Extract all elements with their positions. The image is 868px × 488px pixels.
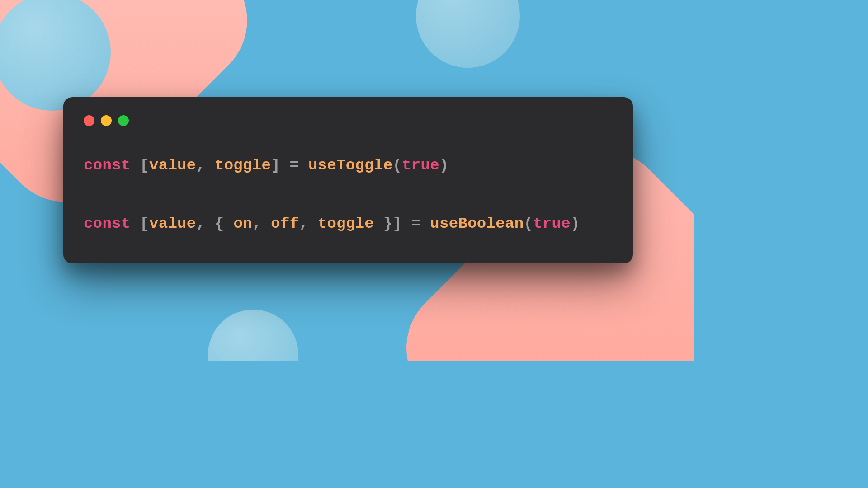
paren-open: ( — [524, 215, 533, 232]
window-minimize-icon[interactable] — [101, 115, 112, 126]
var-value: value — [149, 215, 196, 232]
code-content: const [value, toggle] = useToggle(true) … — [81, 153, 615, 236]
code-window: const [value, toggle] = useToggle(true) … — [63, 97, 633, 263]
comma: , — [299, 215, 308, 232]
paren-close: ) — [439, 157, 449, 174]
var-on: on — [233, 215, 252, 232]
var-off: off — [271, 215, 299, 232]
var-value: value — [149, 157, 196, 174]
keyword-const: const — [84, 215, 131, 232]
equals: = — [411, 215, 421, 232]
func-useBoolean: useBoolean — [430, 215, 524, 232]
window-controls — [81, 115, 615, 126]
comma: , — [196, 157, 206, 174]
func-useToggle: useToggle — [308, 157, 392, 174]
equals: = — [290, 157, 299, 174]
background-circle-top-right — [416, 0, 520, 68]
arg-true: true — [402, 157, 439, 174]
background-circle-bottom — [208, 310, 298, 361]
bracket-open: [ — [140, 215, 149, 232]
comma: , — [252, 215, 262, 232]
var-toggle: toggle — [215, 157, 271, 174]
var-toggle: toggle — [318, 215, 374, 232]
code-line-2: const [value, { on, off, toggle }] = use… — [84, 211, 615, 236]
paren-close: ) — [571, 215, 580, 232]
bracket-close: ] — [271, 157, 280, 174]
comma: , — [196, 215, 206, 232]
bracket-open: [ — [140, 157, 149, 174]
brace-close: } — [383, 215, 393, 232]
paren-open: ( — [392, 157, 402, 174]
code-line-1: const [value, toggle] = useToggle(true) — [84, 153, 615, 178]
keyword-const: const — [84, 157, 131, 174]
window-close-icon[interactable] — [84, 115, 94, 126]
bracket-close: ] — [392, 215, 402, 232]
window-maximize-icon[interactable] — [118, 115, 129, 126]
brace-open: { — [215, 215, 224, 232]
arg-true: true — [533, 215, 571, 232]
